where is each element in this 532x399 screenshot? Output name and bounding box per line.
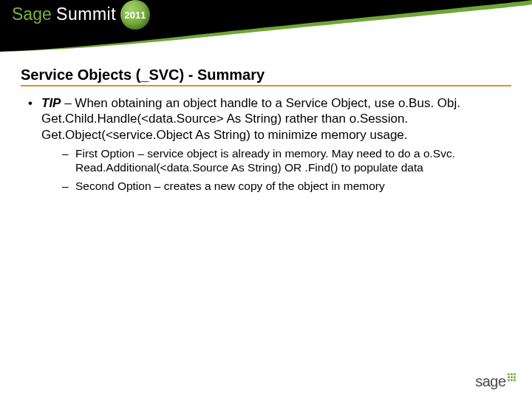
footer-brand-logo: sage — [475, 373, 516, 390]
slide-content: Service Objects (_SVC) - Summary TIP – W… — [0, 52, 532, 193]
slide-title: Service Objects (_SVC) - Summary — [21, 66, 511, 86]
list-item: TIP – When obtaining an object handle to… — [28, 95, 511, 193]
header-bar: Sage Summit 2011 — [0, 0, 532, 52]
logo-word-sage: Sage — [12, 4, 52, 24]
footer-dots-icon — [508, 373, 516, 381]
logo-word-summit: Summit — [56, 4, 116, 24]
list-item: Second Option – creates a new copy of th… — [62, 180, 511, 194]
tip-label: TIP — [41, 96, 61, 110]
sub-bullet-list: First Option – service object is already… — [41, 147, 511, 194]
bullet-text: – When obtaining an object handle to a S… — [41, 96, 460, 142]
bullet-list: TIP – When obtaining an object handle to… — [21, 95, 511, 193]
footer-brand-text: sage — [475, 373, 505, 390]
event-logo: Sage Summit 2011 — [12, 6, 150, 30]
year-badge-icon: 2011 — [120, 0, 150, 30]
list-item: First Option – service object is already… — [62, 147, 511, 175]
